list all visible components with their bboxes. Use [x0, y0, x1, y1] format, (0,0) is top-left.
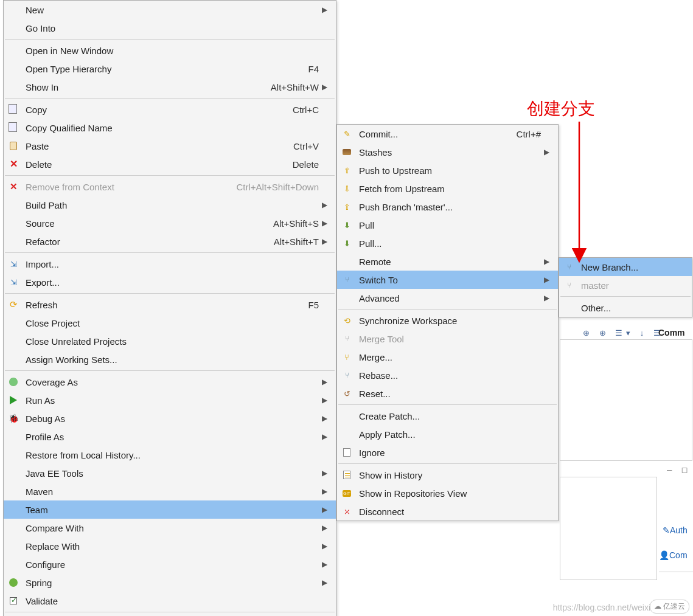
git-icon: GIT	[337, 490, 357, 497]
menu-item-open-type-hierarchy[interactable]: Open Type HierarchyF4	[4, 60, 336, 78]
menu-item-team[interactable]: Team▶	[4, 500, 336, 519]
blank-icon	[4, 200, 23, 210]
menu-item-fetch-upstream[interactable]: ⇩Fetch from Upstream	[337, 179, 558, 198]
stash-icon	[337, 149, 357, 155]
menu-item-pull-dots[interactable]: ⬇Pull...	[337, 234, 558, 252]
menu-item-coverage-as[interactable]: Coverage As▶	[4, 373, 336, 391]
menu-item-label: Open Type Hierarchy	[23, 64, 290, 74]
menu-separator	[5, 612, 335, 612]
menu-item-label: Java EE Tools	[23, 468, 319, 479]
menu-item-create-patch[interactable]: Create Patch...	[337, 407, 558, 425]
cross-icon: ✕	[4, 181, 23, 192]
committer-link[interactable]: 👤Com	[659, 550, 688, 560]
blank-icon	[4, 237, 23, 246]
menu-item-restore-local[interactable]: Restore from Local History...	[4, 446, 336, 464]
menu-item-label: Fetch from Upstream	[357, 184, 541, 194]
menu-item-go-into[interactable]: Go Into	[4, 19, 336, 37]
menu-item-ignore[interactable]: Ignore	[337, 443, 558, 462]
ignore-icon	[337, 448, 357, 457]
menu-item-apply-patch[interactable]: Apply Patch...	[337, 425, 558, 443]
blank-icon	[4, 64, 23, 74]
menu-item-reset[interactable]: ↺Reset...	[337, 384, 558, 403]
context-menu-main[interactable]: New▶Go IntoOpen in New WindowOpen Type H…	[3, 0, 336, 616]
refresh-icon: ⟳	[4, 299, 23, 310]
menu-item-show-history[interactable]: Show in History	[337, 466, 558, 484]
toolbar-icons[interactable]: ⊕ ⊕ ☰▾ ↓ ☰	[583, 328, 664, 337]
menu-item-paste[interactable]: PasteCtrl+V	[4, 137, 336, 155]
menu-item-merge[interactable]: ⑂Merge...	[337, 348, 558, 366]
menu-item-stashes[interactable]: Stashes▶	[337, 143, 558, 161]
import-icon: ⇲	[4, 260, 23, 269]
blank-icon	[337, 257, 357, 266]
menu-item-run-as[interactable]: Run As▶	[4, 391, 336, 409]
menu-item-copy[interactable]: CopyCtrl+C	[4, 100, 336, 119]
pane-controls[interactable]: — □	[667, 465, 689, 474]
blank-icon	[4, 336, 23, 346]
menu-item-copy-qualified[interactable]: Copy Qualified Name	[4, 119, 336, 137]
menu-item-assign-ws[interactable]: Assign Working Sets...	[4, 350, 336, 369]
pull-icon: ⬇	[337, 221, 357, 230]
menu-item-javaee-tools[interactable]: Java EE Tools▶	[4, 464, 336, 482]
menu-item-export[interactable]: ⇲Export...	[4, 273, 336, 291]
menu-item-debug-as[interactable]: 🐞Debug As▶	[4, 409, 336, 427]
menu-item-delete[interactable]: ✕DeleteDelete	[4, 155, 336, 173]
menu-item-sync-ws[interactable]: ⟲Synchronize Workspace	[337, 311, 558, 330]
author-link[interactable]: ✎Auth	[663, 525, 688, 535]
menu-item-label: Refactor	[23, 237, 256, 247]
reset-icon: ↺	[337, 389, 357, 398]
menu-item-close-project[interactable]: Close Project	[4, 314, 336, 332]
menu-item-label: Copy	[23, 105, 274, 115]
chevron-right-icon: ▶	[319, 83, 330, 91]
yisu-logo: ☁ 亿速云	[650, 600, 689, 614]
master-icon: ⑂	[559, 281, 579, 289]
menu-item-commit[interactable]: ✎Commit...Ctrl+#	[337, 125, 558, 143]
branch-icon: ⑂	[337, 275, 357, 284]
menu-item-disconnect[interactable]: ⤫Disconnect	[337, 502, 558, 521]
menu-separator	[5, 39, 335, 40]
blank-icon	[4, 46, 23, 55]
menu-item-advanced[interactable]: Advanced▶	[337, 289, 558, 307]
menu-item-close-unrelated[interactable]: Close Unrelated Projects	[4, 332, 336, 350]
menu-item-label: Merge Tool	[357, 334, 541, 344]
chevron-right-icon: ▶	[319, 469, 330, 477]
menu-item-configure[interactable]: Configure▶	[4, 555, 336, 573]
menu-item-label: Show in Repositories View	[357, 488, 541, 499]
menu-item-shortcut: Alt+Shift+W	[252, 82, 319, 92]
menu-item-spring[interactable]: Spring▶	[4, 573, 336, 592]
menu-item-push-branch[interactable]: ⇧Push Branch 'master'...	[337, 198, 558, 216]
chevron-right-icon: ▶	[319, 219, 330, 227]
menu-item-other[interactable]: Other...	[559, 299, 692, 317]
menu-item-profile-as[interactable]: Profile As▶	[4, 427, 336, 446]
context-menu-team[interactable]: ✎Commit...Ctrl+#Stashes▶⇧Push to Upstrea…	[336, 124, 559, 521]
menu-item-new[interactable]: New▶	[4, 1, 336, 19]
menu-item-compare-with[interactable]: Compare With▶	[4, 519, 336, 537]
menu-item-show-repo-view[interactable]: GITShow in Repositories View	[337, 484, 558, 502]
menu-item-remote[interactable]: Remote▶	[337, 252, 558, 271]
menu-item-open-new-window[interactable]: Open in New Window	[4, 41, 336, 60]
chevron-right-icon: ▶	[319, 487, 330, 496]
menu-item-replace-with[interactable]: Replace With▶	[4, 537, 336, 555]
menu-item-show-in[interactable]: Show InAlt+Shift+W▶	[4, 78, 336, 96]
menu-item-push-upstream[interactable]: ⇧Push to Upstream	[337, 161, 558, 179]
pencil-icon: ✎	[663, 525, 670, 535]
menu-item-label: Reset...	[357, 389, 541, 399]
menu-item-refactor[interactable]: RefactorAlt+Shift+T▶	[4, 232, 336, 251]
menu-item-switch-to[interactable]: ⑂Switch To▶	[337, 271, 558, 289]
menu-item-import[interactable]: ⇲Import...	[4, 255, 336, 273]
menu-item-rebase[interactable]: ⑂Rebase...	[337, 366, 558, 384]
menu-item-label: Validate	[23, 596, 319, 606]
menu-item-validate[interactable]: Validate	[4, 592, 336, 610]
chevron-right-icon: ▶	[319, 432, 330, 441]
menu-item-shortcut: F5	[290, 300, 319, 310]
merge-icon: ⑂	[337, 353, 357, 362]
menu-item-maven[interactable]: Maven▶	[4, 482, 336, 500]
import-icon: ⇲	[4, 278, 23, 287]
menu-item-label: Run As	[23, 395, 319, 406]
menu-item-label: Refresh	[23, 300, 290, 310]
menu-item-refresh[interactable]: ⟳RefreshF5	[4, 296, 336, 314]
menu-item-build-path[interactable]: Build Path▶	[4, 196, 336, 214]
menu-item-pull[interactable]: ⬇Pull	[337, 216, 558, 234]
menu-item-source[interactable]: SourceAlt+Shift+S▶	[4, 214, 336, 232]
menu-item-shortcut: Alt+Shift+S	[255, 218, 319, 229]
blank-icon	[337, 411, 357, 421]
